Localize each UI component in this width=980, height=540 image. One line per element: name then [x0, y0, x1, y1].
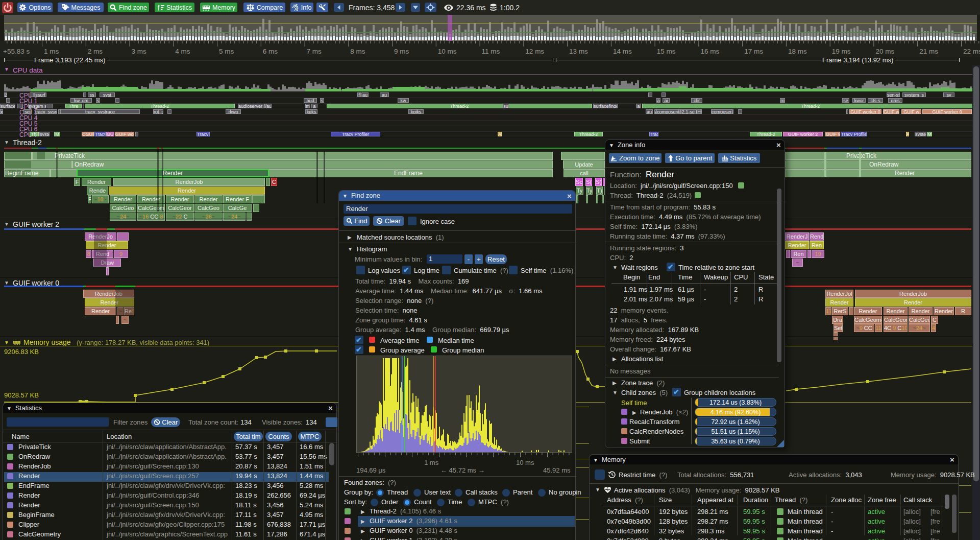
svg-text:11 ms: 11 ms: [482, 48, 500, 55]
svg-text:18 ms: 18 ms: [788, 48, 807, 55]
svg-text:19 ms: 19 ms: [832, 48, 851, 55]
svg-text:22 ms: 22 ms: [963, 48, 980, 55]
svg-text:15 ms: 15 ms: [657, 48, 676, 55]
svg-text:14 ms: 14 ms: [613, 48, 632, 55]
svg-text:3 ms: 3 ms: [132, 48, 147, 55]
svg-text:8 ms: 8 ms: [350, 48, 365, 55]
svg-text:21 ms: 21 ms: [919, 48, 938, 55]
svg-text:6 ms: 6 ms: [263, 48, 278, 55]
svg-text:+55.83 s: +55.83 s: [3, 48, 30, 55]
svg-text:16 ms: 16 ms: [700, 48, 719, 55]
svg-text:12 ms: 12 ms: [525, 48, 544, 55]
svg-text:10 ms: 10 ms: [438, 48, 457, 55]
svg-text:13 ms: 13 ms: [569, 48, 588, 55]
svg-text:1 ms: 1 ms: [44, 48, 59, 55]
svg-text:20 ms: 20 ms: [875, 48, 894, 55]
svg-text:5 ms: 5 ms: [219, 48, 234, 55]
svg-text:17 ms: 17 ms: [744, 48, 763, 55]
svg-text:9 ms: 9 ms: [394, 48, 409, 55]
svg-text:4 ms: 4 ms: [175, 48, 190, 55]
svg-text:7 ms: 7 ms: [307, 48, 322, 55]
svg-text:2 ms: 2 ms: [88, 48, 103, 55]
